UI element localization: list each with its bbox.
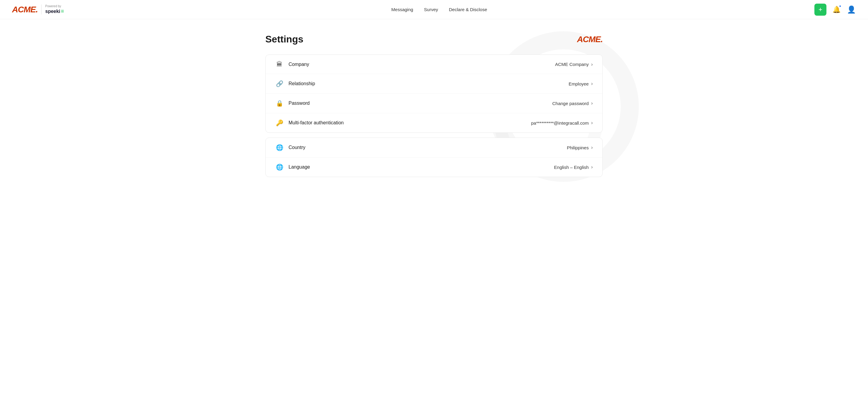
settings-row-mfa[interactable]: 🔑 Multi-factor authentication pa********… — [266, 113, 602, 132]
relationship-value: Employee — [569, 81, 589, 87]
password-chevron-icon: › — [591, 101, 593, 106]
country-label: Country — [288, 145, 305, 150]
password-value: Change password — [552, 101, 589, 106]
settings-row-relationship[interactable]: 🔗 Relationship Employee › — [266, 74, 602, 94]
speeki-logo: speeki≡ — [45, 8, 64, 14]
powered-by: Powered by speeki≡ — [41, 4, 64, 14]
country-value: Philippines — [567, 145, 589, 150]
country-chevron-icon: › — [591, 145, 593, 150]
brand-watermark: ACME. — [577, 35, 603, 44]
header-nav: Messaging Survey Declare & Disclose — [391, 7, 487, 12]
password-icon: 🔒 — [275, 100, 284, 107]
nav-survey[interactable]: Survey — [424, 7, 438, 12]
language-icon: 🌐 — [275, 163, 284, 171]
language-chevron-icon: › — [591, 164, 593, 170]
user-profile-icon[interactable]: 👤 — [847, 5, 856, 14]
settings-row-password[interactable]: 🔒 Password Change password › — [266, 94, 602, 113]
notification-badge — [839, 5, 841, 7]
relationship-label: Relationship — [288, 81, 315, 87]
header: ACME. Powered by speeki≡ Messaging Surve… — [0, 0, 868, 19]
acme-logo: ACME. — [12, 5, 38, 14]
country-icon: 🌐 — [275, 144, 284, 151]
settings-card-2: 🌐 Country Philippines › 🌐 Language Engli… — [265, 138, 603, 177]
page-title: Settings — [265, 34, 303, 45]
speeki-leaf-icon: ≡ — [61, 8, 64, 14]
relationship-icon: 🔗 — [275, 80, 284, 87]
mfa-chevron-icon: › — [591, 120, 593, 126]
header-right: + 🔔 👤 — [814, 4, 856, 15]
main-content: Settings ACME. 🏛 Company ACME Company › … — [253, 19, 615, 196]
nav-messaging[interactable]: Messaging — [391, 7, 413, 12]
language-label: Language — [288, 164, 310, 170]
settings-card-1: 🏛 Company ACME Company › 🔗 Relationship … — [265, 55, 603, 133]
notification-bell[interactable]: 🔔 — [831, 4, 842, 15]
add-button[interactable]: + — [814, 4, 827, 15]
settings-row-company[interactable]: 🏛 Company ACME Company › — [266, 55, 602, 74]
settings-row-language[interactable]: 🌐 Language English – English › — [266, 158, 602, 177]
company-chevron-icon: › — [591, 62, 593, 67]
nav-declare-disclose[interactable]: Declare & Disclose — [449, 7, 487, 12]
mfa-value: pa**********@integracall.com — [531, 121, 589, 126]
powered-by-text: Powered by — [45, 4, 61, 8]
language-value: English – English — [554, 165, 589, 170]
company-icon: 🏛 — [275, 61, 284, 68]
mfa-label: Multi-factor authentication — [288, 120, 344, 126]
company-value: ACME Company — [555, 62, 589, 67]
mfa-icon: 🔑 — [275, 119, 284, 127]
page-header: Settings ACME. — [265, 34, 603, 45]
header-left: ACME. Powered by speeki≡ — [12, 4, 64, 14]
settings-row-country[interactable]: 🌐 Country Philippines › — [266, 138, 602, 158]
relationship-chevron-icon: › — [591, 81, 593, 87]
password-label: Password — [288, 101, 310, 106]
company-label: Company — [288, 62, 309, 67]
